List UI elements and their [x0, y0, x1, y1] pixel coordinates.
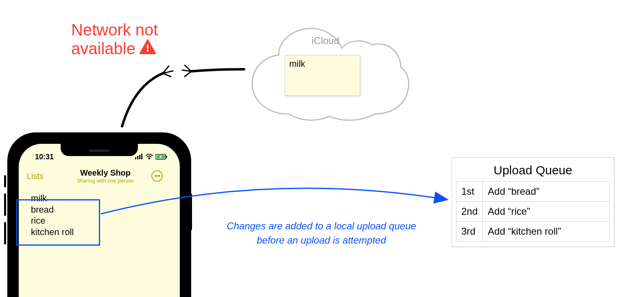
- upload-queue: Upload Queue 1st Add “bread” 2nd Add “ri…: [452, 157, 614, 247]
- status-time: 10:31: [35, 153, 54, 161]
- nav-title: Weekly Shop: [59, 168, 151, 178]
- icloud-cloud: iCloud milk: [240, 16, 411, 130]
- queue-order: 2nd: [456, 202, 483, 222]
- svg-line-4: [163, 73, 171, 77]
- queue-title: Upload Queue: [452, 158, 614, 181]
- network-warning: Network not available: [71, 20, 158, 58]
- svg-point-1: [146, 50, 148, 52]
- back-button[interactable]: Lists: [27, 172, 59, 181]
- queue-action: Add “bread”: [483, 182, 610, 202]
- status-bar: 10:31: [19, 151, 180, 163]
- phone-side-button: [4, 222, 6, 244]
- alert-icon: [140, 39, 156, 58]
- warning-line1: Network not: [71, 20, 158, 39]
- icloud-note-card: milk: [285, 55, 360, 96]
- table-row: 1st Add “bread”: [456, 182, 610, 202]
- cellular-icon: [135, 153, 143, 161]
- wifi-icon: [146, 153, 153, 161]
- table-row: 2nd Add “rice”: [456, 202, 610, 222]
- svg-rect-15: [166, 156, 167, 158]
- battery-icon: [155, 154, 168, 160]
- svg-point-12: [149, 158, 150, 159]
- svg-rect-11: [141, 154, 142, 159]
- icloud-label: iCloud: [312, 35, 339, 46]
- svg-rect-8: [135, 157, 136, 159]
- icloud-note-item: milk: [289, 59, 305, 69]
- svg-line-7: [185, 71, 191, 77]
- queue-order: 3rd: [456, 222, 483, 242]
- queue-order: 1st: [456, 182, 483, 202]
- caption-text: Changes are added to a local upload queu…: [212, 219, 431, 248]
- table-row: 3rd Add “kitchen roll”: [456, 222, 610, 242]
- broken-wire-icon: [110, 61, 248, 130]
- svg-rect-9: [137, 156, 138, 159]
- warning-line2: available: [71, 39, 135, 58]
- phone-side-button: [4, 175, 6, 187]
- queue-action: Add “kitchen roll”: [483, 222, 610, 242]
- svg-rect-10: [139, 155, 140, 159]
- changes-highlight: [16, 199, 100, 246]
- queue-action: Add “rice”: [483, 202, 610, 222]
- svg-rect-0: [147, 44, 148, 49]
- phone-side-button: [4, 194, 6, 216]
